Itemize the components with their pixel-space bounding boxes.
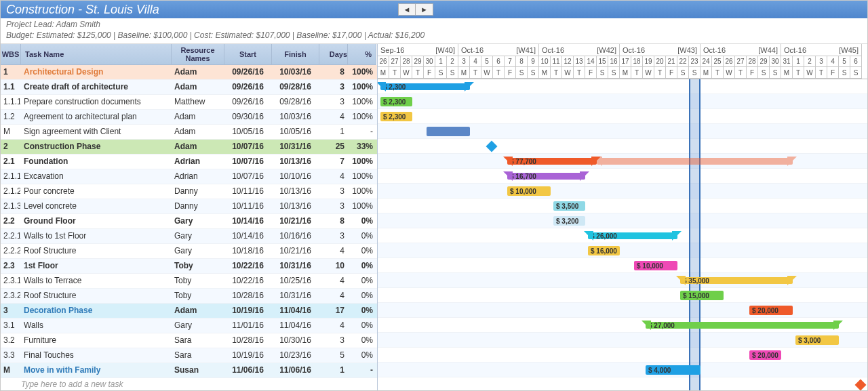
task-row[interactable]: 1.1Create draft of architectureAdam09/26…	[1, 80, 377, 95]
task-row[interactable]: 2.1.1ExcavationAdrian10/07/1610/10/16410…	[1, 169, 377, 184]
gantt-bar[interactable]: $ 16,000	[588, 246, 620, 255]
task-row[interactable]: 2.2.2Roof StructureGary10/18/1610/21/164…	[1, 244, 377, 259]
task-row[interactable]: 2.3.1Walls to TerraceToby10/22/1610/25/1…	[1, 274, 377, 289]
nav-forward-button[interactable]: ►	[416, 3, 433, 16]
cell-pct: 0%	[348, 289, 376, 303]
task-row[interactable]: 2Construction PhaseAdam10/07/1610/31/162…	[1, 140, 377, 155]
cell-name: 1st Floor	[21, 259, 172, 273]
cell-start: 10/07/16	[224, 169, 272, 184]
gantt-bar[interactable]: $ 3,500	[553, 201, 585, 211]
timeline-daynum: 5	[481, 56, 493, 67]
cell-finish: 10/21/16	[272, 214, 319, 228]
cell-name: Ground Floor	[21, 214, 172, 228]
timeline-daynum: 29	[758, 56, 770, 67]
cell-start: 10/22/16	[224, 274, 272, 288]
cell-pct: 0%	[348, 259, 376, 273]
gantt-bar-remaining[interactable]	[597, 158, 793, 165]
timeline-daynum: 11	[551, 56, 562, 67]
task-row[interactable]: 3Decoration PhaseAdam10/19/1611/04/16170…	[1, 304, 377, 318]
task-row[interactable]: 2.3.2Roof StructureToby10/28/1610/31/164…	[1, 289, 377, 304]
timeline-daynum: 28	[747, 56, 758, 67]
task-row[interactable]: 2.1.3Level concreteDanny10/11/1610/13/16…	[1, 199, 377, 214]
cell-pct: 100%	[348, 110, 376, 124]
cell-start: 10/14/16	[224, 229, 272, 243]
timeline-dow: S	[677, 67, 689, 79]
cell-name: Decoration Phase	[21, 304, 172, 318]
gantt-bar[interactable]: $ 3,000	[795, 335, 839, 345]
timeline-dow: F	[747, 67, 758, 79]
gantt-bar[interactable]: $ 4,000	[646, 365, 701, 375]
gantt-bar[interactable]: $ 35,000	[680, 277, 793, 284]
timeline-dow: W	[643, 67, 654, 79]
timeline-daynum: 12	[562, 56, 574, 67]
col-pct[interactable]: %	[348, 44, 376, 64]
timeline-daynum: 29	[412, 56, 424, 67]
task-row[interactable]: 1.2Agreement to architectural planAdam09…	[1, 110, 377, 125]
gantt-bar[interactable]: $ 2,300	[380, 112, 412, 121]
gantt-bar[interactable]: $ 3,200	[553, 216, 585, 226]
gantt-body[interactable]: $ 2,300$ 2,300$ 2,300$ 77,700$ 16,700$ 1…	[378, 79, 867, 390]
cell-finish: 09/28/16	[272, 80, 319, 94]
cell-wbs: 2.2.2	[1, 244, 21, 258]
cell-start: 10/22/16	[224, 259, 272, 273]
gantt-bar[interactable]: $ 2,300	[380, 83, 470, 90]
cell-start: 10/07/16	[224, 140, 272, 154]
gantt-panel: Sep-16[W40]Oct-16[W41]Oct-16[W42]Oct-16[…	[378, 44, 867, 390]
nav-buttons: ◄ ►	[398, 3, 433, 16]
gantt-bar[interactable]: $ 27,000	[646, 322, 839, 329]
timeline-daynum: 5	[839, 56, 850, 67]
col-name[interactable]: Task Name	[21, 44, 172, 64]
gantt-bar[interactable]: $ 20,000	[749, 350, 781, 360]
gantt-bar[interactable]: $ 77,700	[507, 158, 597, 165]
gantt-bar[interactable]: $ 15,000	[680, 291, 724, 300]
cell-start: 11/01/16	[224, 318, 272, 333]
gantt-bar[interactable]	[427, 127, 470, 136]
task-row[interactable]: 2.31st FloorToby10/22/1610/31/16100%	[1, 259, 377, 274]
cell-days: 4	[319, 274, 348, 288]
timeline-dow: W	[401, 67, 412, 79]
cell-res: Adrian	[172, 169, 224, 184]
cell-start: 10/28/16	[224, 289, 272, 303]
cell-finish: 10/23/16	[272, 348, 319, 363]
task-row[interactable]: 2.2Ground FloorGary10/14/1610/21/1680%	[1, 214, 377, 229]
task-row[interactable]: 1Architectural DesignAdam09/26/1610/03/1…	[1, 65, 377, 80]
col-res[interactable]: Resource Names	[172, 44, 224, 64]
task-row[interactable]: 2.2.1Walls to 1st FloorGary10/14/1610/16…	[1, 229, 377, 244]
task-row[interactable]: 3.1WallsGary11/01/1611/04/1640%	[1, 318, 377, 333]
cell-start: 09/26/16	[224, 65, 272, 79]
cell-res: Adam	[172, 125, 224, 139]
task-row[interactable]: 2.1.2Pour concreteDanny10/11/1610/13/163…	[1, 184, 377, 199]
cell-start: 10/14/16	[224, 214, 272, 228]
timeline-dow: T	[389, 67, 401, 79]
gantt-bar[interactable]: $ 16,700	[507, 173, 585, 180]
timeline-dow: T	[793, 67, 804, 79]
task-row[interactable]: 2.1FoundationAdrian10/07/1610/13/167100%	[1, 155, 377, 169]
cell-name: Furniture	[21, 333, 172, 348]
col-finish[interactable]: Finish	[272, 44, 319, 64]
gantt-bar[interactable]: $ 10,000	[634, 261, 677, 270]
task-row[interactable]: 3.2FurnitureSara10/28/1610/30/1630%	[1, 333, 377, 348]
new-task-row[interactable]: Type here to add a new task	[1, 378, 377, 390]
col-wbs[interactable]: WBS	[1, 44, 21, 64]
cell-name: Final Touches	[21, 348, 172, 363]
cell-wbs: 3.1	[1, 318, 21, 333]
gantt-bar[interactable]: $ 2,300	[380, 97, 412, 106]
cell-days: 3	[319, 184, 348, 199]
cell-finish: 10/25/16	[272, 274, 319, 288]
cell-wbs: 1.2	[1, 110, 21, 124]
task-row[interactable]: 3.3Final TouchesSara10/19/1610/23/1650%	[1, 348, 377, 363]
gantt-bar[interactable]: $ 26,000	[588, 232, 677, 239]
task-row[interactable]: 1.1.1Prepare construction documentsMatth…	[1, 95, 377, 110]
timeline-dow: T	[470, 67, 481, 79]
cell-res: Gary	[172, 229, 224, 243]
cell-pct: 0%	[348, 214, 376, 228]
col-start[interactable]: Start	[224, 44, 272, 64]
col-days[interactable]: Days	[319, 44, 348, 64]
nav-back-button[interactable]: ◄	[398, 3, 416, 16]
task-row[interactable]: MMove in with FamilySusan11/06/1611/06/1…	[1, 363, 377, 378]
gantt-bar[interactable]: $ 20,000	[749, 306, 793, 315]
cell-pct: 100%	[348, 169, 376, 184]
task-row[interactable]: MSign agreement with ClientAdam10/05/161…	[1, 125, 377, 140]
gantt-bar[interactable]: $ 10,000	[507, 186, 551, 196]
project-lead-label: Project Lead:	[6, 20, 54, 29]
